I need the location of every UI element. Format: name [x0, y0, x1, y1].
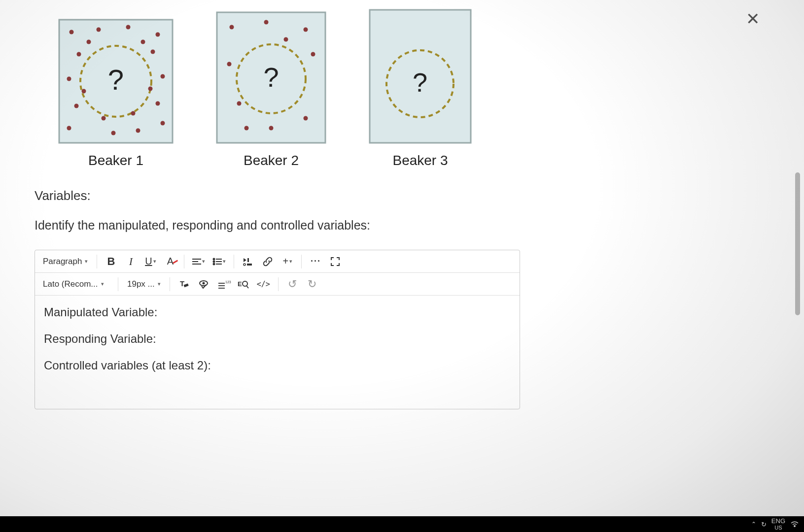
svg-point-50	[244, 264, 245, 266]
font-family-dropdown[interactable]: Lato (Recom... ▾	[39, 276, 113, 293]
beaker-1-label: Beaker 1	[88, 153, 143, 168]
toolbar-row-2: Lato (Recom... ▾ 19px ... ▾ T	[35, 273, 520, 296]
list-button[interactable]: ▾	[210, 253, 229, 270]
svg-point-21	[67, 126, 71, 131]
svg-point-19	[111, 131, 116, 135]
svg-point-63	[794, 525, 795, 526]
page-content: ✕ ? Beaker 1	[32, 0, 789, 517]
svg-point-14	[156, 101, 160, 106]
svg-point-42	[213, 258, 215, 260]
responding-line: Responding Variable:	[44, 332, 511, 346]
superscript-button[interactable]: 123	[214, 276, 232, 293]
beaker-3-image: ?	[365, 0, 476, 148]
undo-button[interactable]: ↺	[283, 276, 301, 293]
fullscreen-button[interactable]	[326, 253, 344, 270]
close-icon[interactable]: ✕	[746, 9, 760, 29]
svg-text:T: T	[180, 279, 184, 288]
underline-button[interactable]: U ▾	[141, 253, 159, 270]
accessibility-button[interactable]	[195, 276, 212, 293]
variables-heading: Variables:	[35, 188, 789, 203]
svg-point-46	[213, 263, 215, 265]
bold-button[interactable]: B	[102, 253, 120, 270]
chevron-down-icon: ▾	[153, 258, 156, 265]
text-color-label: A	[167, 256, 174, 266]
link-icon	[263, 257, 273, 266]
font-size-label: 19px ...	[127, 279, 155, 289]
svg-point-22	[136, 129, 140, 133]
svg-text:?: ?	[108, 64, 124, 96]
media-icon	[243, 258, 253, 266]
separator	[97, 255, 97, 268]
chevron-down-icon: ▾	[202, 258, 205, 265]
language-indicator[interactable]: ENG US	[771, 518, 785, 531]
svg-point-20	[161, 121, 165, 126]
separator	[184, 255, 184, 268]
language-top: ENG	[771, 518, 785, 525]
superscript-icon: 123	[218, 280, 229, 288]
svg-point-10	[161, 74, 165, 79]
svg-point-3	[70, 30, 74, 34]
beaker-1-image: ?	[54, 15, 177, 148]
beaker-2-image: ?	[212, 5, 330, 148]
html-view-button[interactable]: </>	[254, 276, 273, 293]
underline-label: U	[145, 256, 152, 267]
svg-point-13	[131, 111, 136, 116]
svg-point-11	[74, 104, 79, 108]
chevron-down-icon: ▾	[223, 258, 226, 265]
svg-point-26	[230, 25, 234, 30]
svg-point-4	[97, 28, 101, 32]
svg-text:?: ?	[413, 67, 427, 97]
svg-point-34	[284, 37, 288, 42]
scrollbar-thumb[interactable]	[795, 172, 800, 315]
font-size-dropdown[interactable]: 19px ... ▾	[123, 276, 165, 293]
align-button[interactable]: ▾	[189, 253, 208, 270]
separator	[118, 277, 118, 291]
beaker-row: ? Beaker 1 ?	[54, 0, 789, 168]
svg-point-8	[151, 50, 155, 54]
redo-button[interactable]: ↻	[303, 276, 321, 293]
svg-marker-48	[244, 258, 246, 262]
prompt-section: Variables: Identify the manipulated, res…	[35, 188, 789, 233]
media-button[interactable]	[239, 253, 257, 270]
chevron-down-icon: ▾	[289, 258, 292, 265]
svg-point-16	[141, 40, 145, 44]
toolbar-row-1: Paragraph ▾ B I U ▾ A ▾	[35, 250, 520, 273]
separator	[278, 277, 279, 291]
windows-taskbar: ⌃ ↻ ENG US	[0, 516, 804, 532]
sync-icon[interactable]: ↻	[761, 521, 767, 528]
svg-point-61	[243, 281, 247, 286]
chevron-up-icon[interactable]: ⌃	[751, 521, 756, 528]
text-color-button[interactable]: A	[161, 253, 179, 270]
editor-body[interactable]: Manipulated Variable: Responding Variabl…	[35, 296, 520, 409]
svg-point-32	[269, 126, 274, 131]
chevron-down-icon: ▾	[85, 258, 88, 265]
chevron-down-icon: ▾	[101, 281, 104, 287]
svg-text:E: E	[238, 280, 242, 288]
svg-point-15	[87, 40, 91, 44]
variables-instruction: Identify the manipulated, responding and…	[35, 218, 789, 233]
link-button[interactable]	[259, 253, 277, 270]
svg-point-28	[304, 28, 308, 32]
block-format-dropdown[interactable]: Paragraph ▾	[39, 253, 92, 270]
svg-point-12	[102, 116, 106, 121]
rich-text-editor: Paragraph ▾ B I U ▾ A ▾	[35, 250, 520, 409]
clear-formatting-button[interactable]: T	[175, 276, 193, 293]
clear-formatting-icon: T	[179, 280, 189, 289]
svg-text:123: 123	[225, 280, 231, 284]
italic-button[interactable]: I	[122, 253, 140, 270]
svg-text:?: ?	[263, 62, 279, 93]
controlled-line: Controlled variables (at least 2):	[44, 359, 511, 372]
chevron-down-icon: ▾	[158, 281, 161, 287]
svg-point-30	[311, 52, 315, 57]
separator	[301, 255, 302, 268]
beaker-3: ? Beaker 3	[365, 0, 476, 168]
wifi-icon[interactable]	[790, 520, 799, 529]
beaker-3-label: Beaker 3	[392, 153, 448, 168]
find-replace-button[interactable]: E	[234, 276, 252, 293]
svg-point-35	[245, 126, 249, 131]
separator	[170, 277, 170, 291]
insert-button[interactable]: + ▾	[279, 253, 296, 270]
svg-rect-51	[247, 264, 252, 266]
more-button[interactable]: ···	[307, 253, 324, 270]
block-format-label: Paragraph	[43, 257, 82, 266]
